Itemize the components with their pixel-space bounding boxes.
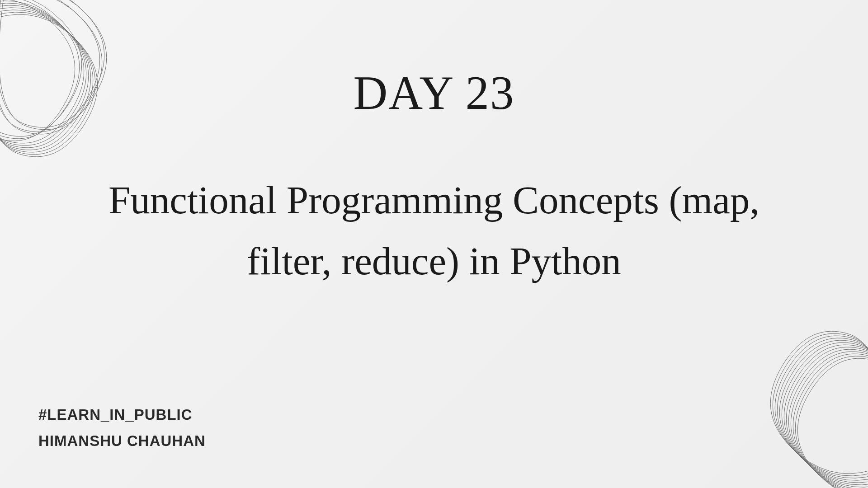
wave-decoration-bottom-icon [719,330,868,488]
hashtag-label: #LEARN_IN_PUBLIC [38,406,206,423]
slide-subtitle: Functional Programming Concepts (map, fi… [95,170,773,292]
author-label: HIMANSHU CHAUHAN [38,432,206,450]
wave-decoration-top-icon [0,0,158,181]
slide-footer: #LEARN_IN_PUBLIC HIMANSHU CHAUHAN [38,406,206,450]
slide-container: DAY 23 Functional Programming Concepts (… [0,0,868,488]
slide-title: DAY 23 [353,66,514,120]
